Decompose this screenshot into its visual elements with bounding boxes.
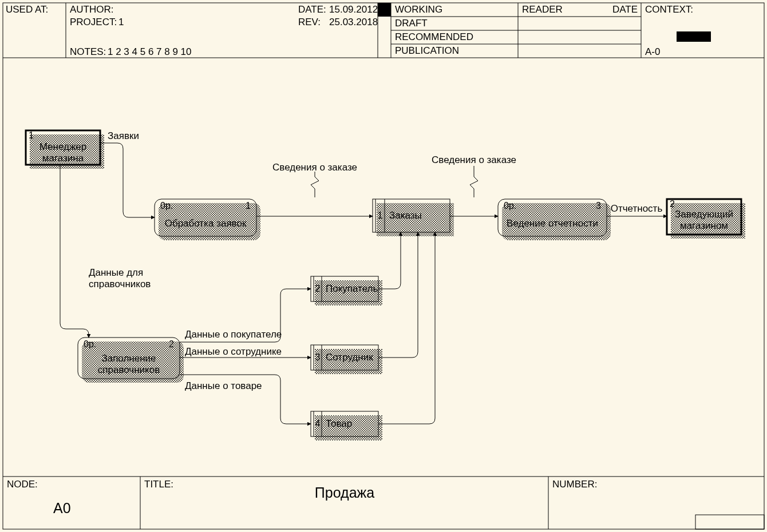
ds3-title: Сотрудник (326, 352, 373, 363)
title-value: Продажа (315, 485, 374, 501)
flow-refdata-l2: справочников (89, 279, 151, 289)
process-reporting: 0р. 3 Ведение отчетности (498, 199, 611, 240)
p2-num: 2 (169, 339, 174, 349)
rev-value: 25.03.2018 (329, 17, 378, 27)
notes-value: 1 2 3 4 5 6 7 8 9 10 (108, 46, 192, 57)
flow-requests-label: Заявки (108, 130, 139, 141)
ext1-num: 1 (29, 130, 34, 140)
ds1-title: Заказы (389, 210, 422, 221)
status-draft: DRAFT (395, 18, 428, 29)
external-supervisor: 2 Заведующий магазином (667, 199, 745, 239)
date-value: 15.09.2012 (329, 4, 378, 15)
status-recommended: RECOMMENDED (395, 31, 473, 42)
ext1-l2: магазина (42, 153, 84, 164)
datastore-customer: 2 Покупатель (311, 276, 382, 305)
p2-l2: справочников (98, 364, 160, 375)
datastore-orders: 1 Заказы (373, 199, 454, 236)
ext2-l2: магазином (680, 220, 728, 231)
status-working: WORKING (395, 4, 442, 15)
p3-num: 3 (596, 201, 601, 211)
flow-buyer-label: Данные о покупателе (185, 329, 282, 340)
project-label: PROJECT: (70, 17, 117, 27)
node-label: NODE: (7, 479, 38, 490)
p1-tag: 0р. (160, 201, 173, 211)
process-request-handling: 0р. 1 Обработка заявок (155, 199, 260, 240)
p1-title: Обработка заявок (165, 218, 247, 229)
datastore-employee: 3 Сотрудник (311, 345, 382, 374)
status-marker (378, 3, 391, 17)
svg-rect-0 (0, 0, 767, 532)
flow-order-info-1-label: Сведения о заказе (272, 162, 357, 173)
ext2-num: 2 (670, 199, 675, 209)
project-value: 1 (118, 17, 124, 27)
used-at-label: USED AT: (6, 4, 48, 15)
p1-num: 1 (246, 201, 251, 211)
ds4-num: 4 (315, 419, 321, 428)
flow-order-info-2-label: Сведения о заказе (432, 154, 516, 165)
status-publication: PUBLICATION (395, 45, 459, 56)
ds1-num: 1 (378, 211, 383, 220)
flow-goods-label: Данные о товаре (185, 380, 262, 391)
ds4-title: Товар (326, 418, 352, 429)
title-label: TITLE: (144, 479, 173, 490)
ds3-num: 3 (315, 352, 321, 362)
ds2-title: Покупатель (326, 283, 378, 294)
datastore-goods: 4 Товар (311, 411, 382, 440)
p3-tag: 0р. (504, 201, 516, 211)
author-label: AUTHOR: (70, 4, 114, 15)
date2-label: DATE (612, 4, 638, 15)
flow-employee-label: Данные о сотруднике (185, 346, 282, 357)
rev-label: REV: (298, 17, 321, 27)
reader-label: READER (522, 4, 563, 15)
context-box (677, 31, 711, 42)
process-fill-directories: 0р. 2 Заполнение справочников (78, 338, 184, 383)
ds2-num: 2 (315, 284, 321, 293)
context-label: CONTEXT: (645, 4, 693, 15)
number-label: NUMBER: (552, 479, 597, 490)
p3-title: Ведение отчетности (507, 218, 598, 229)
external-manager: 1 Менеджер магазина (26, 130, 104, 169)
context-node: A-0 (645, 46, 660, 57)
flow-refdata-l1: Данные для (89, 267, 143, 278)
p2-l1: Заполнение (101, 353, 156, 364)
notes-label: NOTES: (70, 46, 106, 57)
ext2-l1: Заведующий (675, 209, 733, 220)
ext1-l1: Менеджер (39, 141, 86, 152)
node-value: A0 (53, 500, 71, 516)
date-label: DATE: (298, 4, 326, 15)
p2-tag: 0р. (84, 339, 96, 349)
flow-reporting-label: Отчетность (611, 203, 663, 214)
